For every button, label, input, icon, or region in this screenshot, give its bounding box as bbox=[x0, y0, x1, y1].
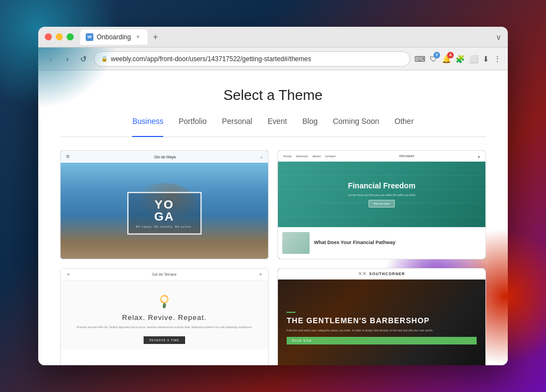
category-tabs: Business Portfolio Personal Event Blog C… bbox=[60, 117, 486, 137]
theme-card-sol[interactable]: ≡ Sol de Terrace ≡ bbox=[60, 268, 269, 365]
pathway-nav-services: services bbox=[296, 155, 308, 158]
theme-card-pathway[interactable]: home services about contact PATHWAY ▸ bbox=[277, 150, 486, 259]
tab-portfolio[interactable]: Portfolio bbox=[179, 117, 206, 131]
sol-logo: Sol de Terrace bbox=[152, 272, 176, 276]
browser-window: W Onboarding × + ∨ ‹ › ↺ 🔒 weebly.com/ap… bbox=[38, 27, 508, 365]
sol-inner: ≡ Sol de Terrace ≡ bbox=[61, 269, 268, 349]
traffic-lights bbox=[45, 33, 74, 40]
pathway-nav-links: home services about contact bbox=[283, 155, 335, 158]
yoga-inner: ☰ Glo de Maya ⌕ YOGA Be happy. Be health… bbox=[61, 151, 268, 259]
tab-business[interactable]: Business bbox=[132, 117, 163, 131]
sol-hero-button[interactable]: RESERVE A TIME bbox=[144, 336, 185, 344]
yoga-bg: YOGA Be happy. Be healthy. Be active. bbox=[61, 151, 268, 259]
sol-hero-title: Relax. Revive. Repeat. bbox=[72, 313, 257, 322]
flower-svg bbox=[151, 289, 177, 309]
yoga-text-box: YOGA Be happy. Be healthy. Be active. bbox=[127, 192, 201, 235]
new-tab-button[interactable]: + bbox=[150, 31, 162, 43]
pathway-logo: PATHWAY bbox=[399, 155, 414, 158]
svg-point-10 bbox=[162, 303, 167, 309]
pathway-inner: home services about contact PATHWAY ▸ bbox=[278, 151, 485, 259]
pathway-nav-home: home bbox=[283, 155, 292, 158]
south-logo: SOUTHCORNER bbox=[369, 272, 405, 276]
tab-bar: W Onboarding × + bbox=[80, 29, 162, 45]
sol-hero: Relax. Revive. Repeat. Vivamus sit amet … bbox=[61, 281, 268, 349]
notification-icon-blue[interactable]: 🛡 5 bbox=[430, 55, 437, 63]
theme-card-southcorner[interactable]: ✕✕ SOUTHCORNER THE GENTLEMEN'S BARBERSHO… bbox=[277, 268, 486, 365]
sol-hero-text: Vivamus sit amet nibh nisl. Nullam digni… bbox=[72, 325, 257, 329]
south-hero-text: Fulis this and select your categories ab… bbox=[287, 329, 477, 333]
yoga-subtitle: Be happy. Be healthy. Be active. bbox=[136, 225, 193, 228]
sol-nav-left: ≡ bbox=[67, 272, 69, 276]
tab-coming-soon[interactable]: Coming Soon bbox=[333, 117, 379, 131]
forward-button[interactable]: › bbox=[61, 53, 73, 65]
pathway-article-image bbox=[282, 232, 310, 254]
downloads-icon[interactable]: ⬇ bbox=[483, 55, 489, 63]
pathway-topbar: home services about contact PATHWAY ▸ bbox=[278, 151, 485, 162]
lock-icon: 🔒 bbox=[101, 56, 108, 62]
pathway-nav-contact: contact bbox=[325, 155, 335, 158]
tab-other[interactable]: Other bbox=[395, 117, 414, 131]
titlebar: W Onboarding × + ∨ bbox=[38, 27, 508, 47]
south-hero-title: THE GENTLEMEN'S BARBERSHOP bbox=[287, 316, 477, 325]
maximize-window-button[interactable] bbox=[67, 33, 74, 40]
yoga-topbar: ☰ Glo de Maya ⌕ bbox=[61, 151, 268, 163]
pathway-article: What Does Your Financial Pathway bbox=[278, 227, 485, 259]
split-view-icon[interactable]: ⬜ bbox=[469, 55, 478, 63]
pathway-hero-button[interactable]: find out more bbox=[369, 200, 394, 207]
extensions-icon[interactable]: 🧩 bbox=[455, 55, 465, 63]
southcorner-inner: ✕✕ SOUTHCORNER THE GENTLEMEN'S BARBERSHO… bbox=[278, 269, 485, 365]
navbar: ‹ › ↺ 🔒 weebly.com/app/front-door/users/… bbox=[38, 47, 508, 70]
yoga-title: YOGA bbox=[136, 199, 193, 223]
pathway-nav-right: ▸ bbox=[478, 155, 480, 158]
south-hero: THE GENTLEMEN'S BARBERSHOP Fulis this an… bbox=[278, 280, 485, 365]
yoga-menu-icon: ☰ bbox=[66, 155, 69, 159]
close-window-button[interactable] bbox=[45, 33, 52, 40]
reload-button[interactable]: ↺ bbox=[78, 53, 90, 65]
back-button[interactable]: ‹ bbox=[45, 53, 57, 65]
notification-icon-red[interactable]: 🔔 A bbox=[442, 55, 451, 63]
south-accent-line bbox=[287, 312, 295, 313]
key-icon[interactable]: ⌨ bbox=[414, 55, 425, 63]
window-controls-right: ∨ bbox=[496, 33, 501, 41]
tab-favicon: W bbox=[86, 33, 93, 41]
address-bar[interactable]: 🔒 weebly.com/app/front-door/users/143717… bbox=[94, 51, 410, 67]
theme-card-yoga[interactable]: ☰ Glo de Maya ⌕ YOGA Be happy. Be health… bbox=[60, 150, 269, 259]
page-title: Select a Theme bbox=[60, 87, 486, 104]
tab-personal[interactable]: Personal bbox=[222, 117, 252, 131]
pathway-hero: Financial Freedom Let me show you how yo… bbox=[278, 162, 485, 227]
menu-icon[interactable]: ⋮ bbox=[494, 55, 501, 63]
browser-tab[interactable]: W Onboarding × bbox=[80, 29, 147, 45]
pathway-hero-title: Financial Freedom bbox=[348, 181, 416, 190]
sol-topbar: ≡ Sol de Terrace ≡ bbox=[61, 269, 268, 281]
pathway-hero-subtitle: Let me show you how you can make the spl… bbox=[348, 193, 416, 197]
tab-close-button[interactable]: × bbox=[134, 33, 142, 41]
south-hero-button[interactable]: BOOK NOW bbox=[287, 337, 477, 345]
minimize-window-button[interactable] bbox=[56, 33, 63, 40]
tab-event[interactable]: Event bbox=[268, 117, 287, 131]
south-topbar-inner: ✕✕ SOUTHCORNER bbox=[358, 271, 405, 276]
address-text: weebly.com/app/front-door/users/14371752… bbox=[111, 55, 311, 63]
nav-right-icons: ⌨ 🛡 5 🔔 A 🧩 ⬜ ⬇ ⋮ bbox=[414, 55, 501, 63]
yoga-logo: Glo de Maya bbox=[154, 155, 176, 159]
window-menu-icon[interactable]: ∨ bbox=[496, 33, 501, 41]
yoga-search-icon: ⌕ bbox=[260, 155, 263, 159]
south-topbar: ✕✕ SOUTHCORNER bbox=[278, 269, 485, 280]
page-content: Select a Theme Business Portfolio Person… bbox=[38, 70, 508, 365]
sol-nav-right: ≡ bbox=[259, 272, 262, 276]
svg-point-9 bbox=[162, 296, 167, 302]
sol-flower-image bbox=[151, 289, 177, 309]
pathway-article-title: What Does Your Financial Pathway bbox=[314, 240, 395, 246]
tab-blog[interactable]: Blog bbox=[302, 117, 318, 131]
tab-title: Onboarding bbox=[97, 33, 131, 41]
theme-grid: ☰ Glo de Maya ⌕ YOGA Be happy. Be health… bbox=[60, 150, 486, 365]
pathway-nav-about: about bbox=[312, 155, 321, 158]
